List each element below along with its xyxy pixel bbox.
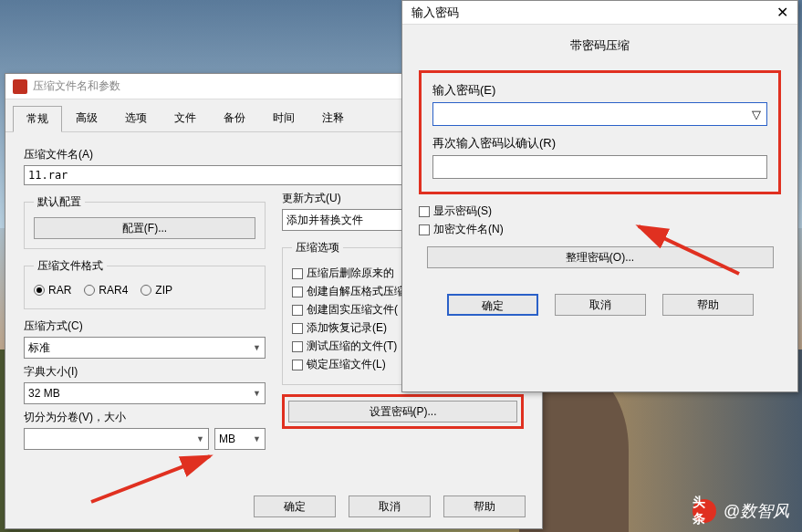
radio-icon: [84, 285, 95, 296]
dialog-buttons: 确定 取消 帮助: [402, 294, 797, 327]
checkbox-icon: [292, 323, 303, 334]
reenter-password-label: 再次输入密码以确认(R): [432, 135, 767, 151]
help-button[interactable]: 帮助: [443, 495, 526, 517]
help-button[interactable]: 帮助: [662, 294, 754, 316]
default-profile-group: 默认配置 配置(F)...: [24, 194, 266, 249]
checkbox-icon: [292, 287, 303, 297]
tab-backup[interactable]: 备份: [210, 105, 259, 131]
radio-icon: [34, 285, 45, 296]
winrar-icon: [13, 79, 27, 94]
titlebar[interactable]: 输入密码 ✕: [402, 1, 797, 25]
checkbox-icon: [419, 206, 430, 217]
tab-options[interactable]: 选项: [111, 105, 161, 131]
tab-advanced[interactable]: 高级: [62, 105, 111, 131]
dialog-buttons: 确定 取消 帮助: [254, 495, 526, 517]
chevron-down-icon: ▼: [253, 343, 261, 352]
format-rar4[interactable]: RAR4: [84, 284, 128, 297]
radio-icon: [141, 285, 151, 296]
tab-files[interactable]: 文件: [161, 105, 210, 131]
password-dialog: 输入密码 ✕ 带密码压缩 输入密码(E) ▽ 再次输入密码以确认(R) 显示密码…: [401, 0, 798, 392]
watermark-icon: 头条: [693, 499, 716, 523]
dict-label: 字典大小(I): [24, 364, 266, 380]
set-password-highlight: 设置密码(P)...: [282, 394, 524, 429]
tab-time[interactable]: 时间: [259, 105, 308, 131]
chevron-down-icon: ▽: [752, 108, 761, 121]
password-input[interactable]: ▽: [432, 102, 767, 126]
close-icon[interactable]: ✕: [776, 4, 788, 21]
default-profile-label: 默认配置: [34, 194, 85, 210]
window-title: 压缩文件名和参数: [33, 78, 120, 94]
ok-button[interactable]: 确定: [447, 294, 538, 316]
encrypt-filenames-checkbox[interactable]: 加密文件名(N): [419, 222, 781, 237]
checkbox-icon: [292, 305, 303, 316]
format-group: 压缩文件格式 RAR RAR4 ZIP: [24, 258, 266, 309]
window-title: 输入密码: [411, 5, 459, 21]
checkbox-icon: [292, 268, 303, 279]
split-unit-select[interactable]: MB▼: [214, 428, 266, 450]
checkbox-icon: [419, 224, 430, 235]
split-label: 切分为分卷(V)，大小: [24, 410, 266, 425]
format-rar[interactable]: RAR: [34, 284, 71, 297]
checkbox-icon: [292, 360, 303, 370]
chevron-down-icon: ▼: [253, 389, 261, 398]
split-size-select[interactable]: ▼: [24, 428, 209, 450]
password-confirm-input[interactable]: [432, 155, 767, 179]
chevron-down-icon: ▼: [253, 434, 261, 443]
checkbox-icon: [292, 341, 303, 352]
method-select[interactable]: 标准▼: [24, 337, 266, 359]
show-password-checkbox[interactable]: 显示密码(S): [419, 203, 781, 219]
cancel-button[interactable]: 取消: [555, 294, 646, 316]
watermark-text: @数智风: [724, 500, 789, 522]
organize-passwords-button[interactable]: 整理密码(O)...: [427, 246, 774, 268]
tab-comment[interactable]: 注释: [308, 105, 358, 131]
enter-password-label: 输入密码(E): [432, 82, 767, 99]
watermark: 头条 @数智风: [693, 499, 789, 523]
compress-options-label: 压缩选项: [292, 240, 343, 256]
dialog-subtitle: 带密码压缩: [402, 25, 797, 67]
cancel-button[interactable]: 取消: [349, 495, 431, 517]
set-password-button[interactable]: 设置密码(P)...: [288, 401, 517, 422]
tab-general[interactable]: 常规: [13, 106, 62, 132]
profile-button[interactable]: 配置(F)...: [34, 217, 255, 239]
method-label: 压缩方式(C): [24, 318, 266, 334]
format-zip[interactable]: ZIP: [141, 284, 172, 297]
format-label: 压缩文件格式: [34, 258, 107, 274]
ok-button[interactable]: 确定: [254, 495, 336, 517]
password-fields-highlight: 输入密码(E) ▽ 再次输入密码以确认(R): [419, 70, 781, 194]
chevron-down-icon: ▼: [196, 434, 204, 443]
dict-select[interactable]: 32 MB▼: [24, 382, 266, 404]
